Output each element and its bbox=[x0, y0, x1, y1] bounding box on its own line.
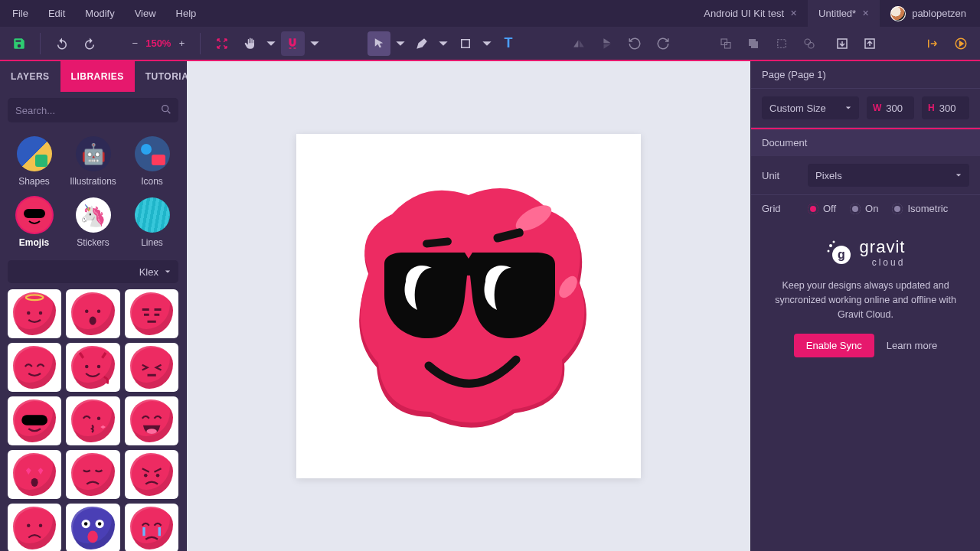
category-lines[interactable]: Lines bbox=[124, 194, 180, 251]
learn-more-link[interactable]: Learn more bbox=[887, 340, 937, 351]
play-icon bbox=[954, 37, 968, 51]
rotate-ccw-button[interactable] bbox=[623, 31, 646, 56]
unit-dropdown[interactable]: Pixels bbox=[808, 164, 969, 187]
menu-view[interactable]: View bbox=[126, 3, 165, 24]
cloud-description: Keep your designs always updated and syn… bbox=[763, 279, 968, 321]
emoji-cool[interactable] bbox=[8, 396, 61, 445]
separator bbox=[40, 33, 41, 54]
emoji-devil[interactable] bbox=[66, 343, 119, 392]
undo-button[interactable] bbox=[50, 31, 73, 56]
menu-items: File Edit Modify View Help bbox=[3, 3, 205, 24]
category-label: Emojis bbox=[19, 237, 49, 248]
snap-dropdown[interactable] bbox=[309, 31, 320, 56]
emoji-angry[interactable] bbox=[125, 450, 178, 499]
pan-tool-button[interactable] bbox=[238, 31, 261, 56]
sidebar-tabs: LAYERS LIBRARIES TUTORIALS bbox=[0, 61, 186, 92]
emoji-laugh[interactable] bbox=[125, 396, 178, 445]
cloud-logo: g gravit cloud bbox=[763, 237, 968, 268]
fit-screen-button[interactable] bbox=[210, 31, 233, 56]
merge-button[interactable] bbox=[742, 31, 765, 56]
canvas-emoji-cool[interactable] bbox=[323, 161, 614, 452]
emoji-worried[interactable] bbox=[66, 450, 119, 499]
redo-button[interactable] bbox=[78, 31, 101, 56]
zoom-out-button[interactable]: − bbox=[129, 31, 141, 56]
pan-tool-dropdown[interactable] bbox=[266, 31, 276, 56]
path-ops-button[interactable] bbox=[798, 31, 821, 56]
pointer-dropdown[interactable] bbox=[395, 31, 406, 56]
svg-point-27 bbox=[155, 474, 159, 478]
zoom-value[interactable]: 150% bbox=[144, 37, 172, 49]
pen-tool[interactable] bbox=[410, 31, 433, 56]
category-icons[interactable]: Icons bbox=[124, 133, 180, 190]
pointer-tool[interactable] bbox=[368, 31, 390, 56]
emoji-pack-picker[interactable]: Klex bbox=[8, 260, 178, 283]
category-stickers[interactable]: 🦄 Stickers bbox=[65, 194, 121, 251]
snap-button[interactable] bbox=[281, 31, 304, 56]
preview-button[interactable] bbox=[949, 31, 972, 56]
document-tab-android[interactable]: Android UI Kit test ✕ bbox=[693, 0, 808, 27]
svg-rect-2 bbox=[725, 42, 731, 48]
stickers-icon: 🦄 bbox=[76, 197, 111, 233]
shape-dropdown[interactable] bbox=[482, 31, 492, 56]
emoji-love[interactable] bbox=[8, 450, 61, 499]
export-button[interactable] bbox=[858, 31, 881, 56]
import-button[interactable] bbox=[830, 31, 853, 56]
shape-tool[interactable] bbox=[453, 31, 476, 56]
group-button[interactable] bbox=[714, 31, 737, 56]
emoji-content[interactable] bbox=[8, 343, 61, 392]
emoji-crying[interactable] bbox=[125, 504, 178, 551]
mask-button[interactable] bbox=[770, 31, 793, 56]
emoji-annoyed[interactable] bbox=[125, 289, 178, 338]
emoji-squint[interactable] bbox=[125, 343, 178, 392]
height-label: H bbox=[928, 103, 935, 113]
emoji-sad[interactable] bbox=[8, 504, 61, 551]
grid-on-radio[interactable]: On bbox=[850, 203, 878, 214]
menu-help[interactable]: Help bbox=[167, 3, 206, 24]
grid-iso-radio[interactable]: Isometric bbox=[892, 203, 948, 214]
flip-horizontal-button[interactable] bbox=[567, 31, 590, 56]
export-icon bbox=[863, 37, 877, 51]
pen-dropdown[interactable] bbox=[438, 31, 449, 56]
text-tool[interactable]: T bbox=[497, 31, 520, 56]
svg-point-26 bbox=[144, 474, 148, 478]
rotate-cw-button[interactable] bbox=[651, 31, 674, 56]
category-shapes[interactable]: Shapes bbox=[6, 133, 62, 190]
category-emojis[interactable]: Emojis bbox=[6, 194, 62, 251]
canvas[interactable] bbox=[187, 61, 750, 551]
emoji-kiss[interactable] bbox=[66, 396, 119, 445]
icons-icon bbox=[135, 136, 170, 171]
emoji-scream[interactable] bbox=[66, 504, 119, 551]
emoji-surprised[interactable] bbox=[66, 289, 119, 338]
tab-libraries[interactable]: LIBRARIES bbox=[60, 61, 135, 92]
unit-value: Pixels bbox=[815, 170, 842, 181]
tab-layers[interactable]: LAYERS bbox=[0, 61, 60, 92]
enable-sync-button[interactable]: Enable Sync bbox=[794, 334, 874, 357]
user-menu[interactable]: pablopetzen bbox=[880, 0, 977, 27]
save-button[interactable] bbox=[8, 31, 31, 56]
menu-modify[interactable]: Modify bbox=[76, 3, 123, 24]
svg-rect-1 bbox=[721, 39, 727, 45]
close-icon[interactable]: ✕ bbox=[790, 8, 797, 18]
gravit-logo-icon: g bbox=[826, 240, 852, 266]
flip-vertical-button[interactable] bbox=[596, 31, 619, 56]
height-input[interactable]: H 300 bbox=[922, 96, 969, 119]
artboard[interactable] bbox=[296, 134, 641, 478]
category-illustrations[interactable]: 🤖 Illustrations bbox=[65, 133, 121, 190]
size-preset-dropdown[interactable]: Custom Size bbox=[762, 96, 859, 119]
zoom-in-button[interactable]: + bbox=[175, 31, 188, 56]
svg-point-16 bbox=[39, 311, 43, 315]
emoji-grid-scroll[interactable]: z z bbox=[0, 289, 186, 551]
menu-file[interactable]: File bbox=[3, 3, 38, 24]
emoji-angel[interactable] bbox=[8, 289, 61, 338]
grid-off-radio[interactable]: Off bbox=[808, 203, 836, 214]
menu-edit[interactable]: Edit bbox=[39, 3, 74, 24]
svg-point-20 bbox=[85, 365, 89, 369]
close-icon[interactable]: ✕ bbox=[862, 8, 869, 18]
search-input[interactable] bbox=[8, 98, 178, 122]
document-tab-untitled[interactable]: Untitled* ✕ bbox=[808, 0, 880, 27]
width-input[interactable]: W 300 bbox=[867, 96, 914, 119]
left-sidebar: LAYERS LIBRARIES TUTORIALS Shapes 🤖 Illu… bbox=[0, 61, 187, 551]
tab-label: Android UI Kit test bbox=[704, 8, 784, 19]
share-button[interactable] bbox=[921, 31, 944, 56]
svg-point-11 bbox=[162, 106, 168, 112]
